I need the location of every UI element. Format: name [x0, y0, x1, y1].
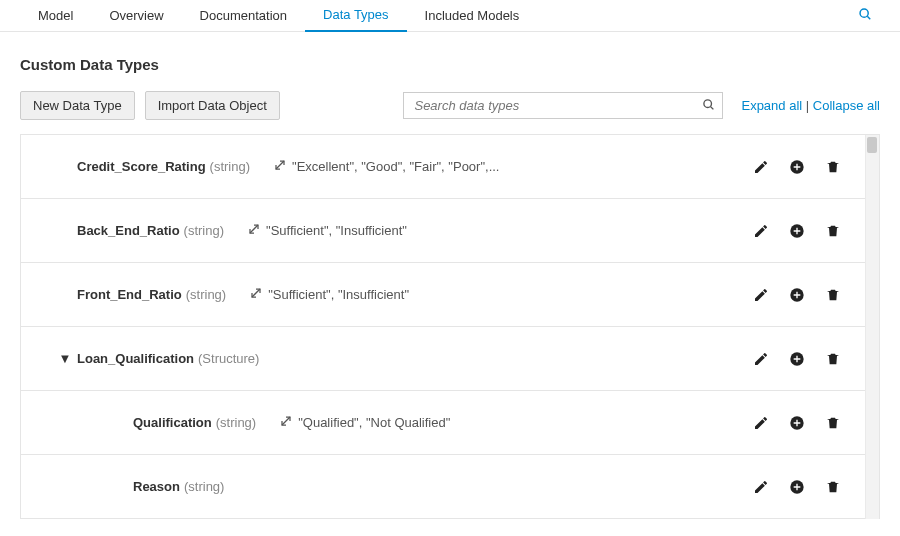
- delete-icon[interactable]: [825, 415, 841, 431]
- constraint-icon: [280, 415, 292, 430]
- edit-icon[interactable]: [753, 351, 769, 367]
- search-icon[interactable]: [850, 7, 880, 24]
- row-constraints: "Qualified", "Not Qualified": [280, 415, 450, 430]
- data-type-row[interactable]: Back_End_Ratio(string)"Sufficient", "Ins…: [21, 199, 865, 263]
- svg-line-8: [252, 289, 260, 297]
- search-field-wrap: [403, 92, 723, 119]
- scrollbar-track[interactable]: [865, 135, 879, 519]
- row-name: Front_End_Ratio: [77, 287, 182, 302]
- row-type: (string): [216, 415, 256, 430]
- data-type-row[interactable]: ▼Loan_Qualification(Structure): [21, 327, 865, 391]
- data-type-row[interactable]: Qualification(string)"Qualified", "Not Q…: [21, 391, 865, 455]
- row-name: Qualification: [133, 415, 212, 430]
- row-name: Reason: [133, 479, 180, 494]
- row-constraints: "Sufficient", "Insufficient": [248, 223, 407, 238]
- tab-data-types[interactable]: Data Types: [305, 0, 407, 32]
- edit-icon[interactable]: [753, 223, 769, 239]
- toolbar: New Data Type Import Data Object Expand …: [20, 91, 880, 120]
- row-type: (string): [184, 479, 224, 494]
- tab-overview[interactable]: Overview: [91, 0, 181, 32]
- add-icon[interactable]: [789, 415, 805, 431]
- add-icon[interactable]: [789, 287, 805, 303]
- tab-model[interactable]: Model: [20, 0, 91, 32]
- scrollbar-thumb[interactable]: [867, 137, 877, 153]
- tab-included-models[interactable]: Included Models: [407, 0, 538, 32]
- expand-collapse-links: Expand all | Collapse all: [741, 98, 880, 113]
- add-icon[interactable]: [789, 479, 805, 495]
- edit-icon[interactable]: [753, 479, 769, 495]
- svg-line-1: [867, 16, 870, 19]
- svg-line-11: [282, 417, 290, 425]
- row-name: Credit_Score_Rating: [77, 159, 206, 174]
- row-type: (Structure): [198, 351, 259, 366]
- chevron-down-icon[interactable]: ▼: [53, 351, 77, 366]
- constraint-icon: [250, 287, 262, 302]
- add-icon[interactable]: [789, 223, 805, 239]
- add-icon[interactable]: [789, 159, 805, 175]
- svg-line-6: [250, 225, 258, 233]
- edit-icon[interactable]: [753, 287, 769, 303]
- row-name: Loan_Qualification: [77, 351, 194, 366]
- section-title: Custom Data Types: [20, 56, 880, 73]
- tab-documentation[interactable]: Documentation: [182, 0, 305, 32]
- add-icon[interactable]: [789, 351, 805, 367]
- constraint-icon: [248, 223, 260, 238]
- new-data-type-button[interactable]: New Data Type: [20, 91, 135, 120]
- row-constraints: "Excellent", "Good", "Fair", "Poor",...: [274, 159, 499, 174]
- import-data-object-button[interactable]: Import Data Object: [145, 91, 280, 120]
- collapse-all-link[interactable]: Collapse all: [813, 98, 880, 113]
- edit-icon[interactable]: [753, 415, 769, 431]
- data-type-list: Credit_Score_Rating(string)"Excellent", …: [20, 134, 880, 519]
- svg-line-4: [276, 161, 284, 169]
- delete-icon[interactable]: [825, 351, 841, 367]
- row-constraints: "Sufficient", "Insufficient": [250, 287, 409, 302]
- tab-bar: Model Overview Documentation Data Types …: [0, 0, 900, 32]
- edit-icon[interactable]: [753, 159, 769, 175]
- svg-point-0: [860, 9, 868, 17]
- data-type-row[interactable]: Front_End_Ratio(string)"Sufficient", "In…: [21, 263, 865, 327]
- search-input[interactable]: [403, 92, 723, 119]
- data-type-row[interactable]: Credit_Score_Rating(string)"Excellent", …: [21, 135, 865, 199]
- constraint-icon: [274, 159, 286, 174]
- row-type: (string): [184, 223, 224, 238]
- data-type-row[interactable]: Reason(string): [21, 455, 865, 519]
- delete-icon[interactable]: [825, 223, 841, 239]
- row-name: Back_End_Ratio: [77, 223, 180, 238]
- delete-icon[interactable]: [825, 287, 841, 303]
- row-type: (string): [210, 159, 250, 174]
- expand-all-link[interactable]: Expand all: [741, 98, 802, 113]
- row-type: (string): [186, 287, 226, 302]
- delete-icon[interactable]: [825, 479, 841, 495]
- delete-icon[interactable]: [825, 159, 841, 175]
